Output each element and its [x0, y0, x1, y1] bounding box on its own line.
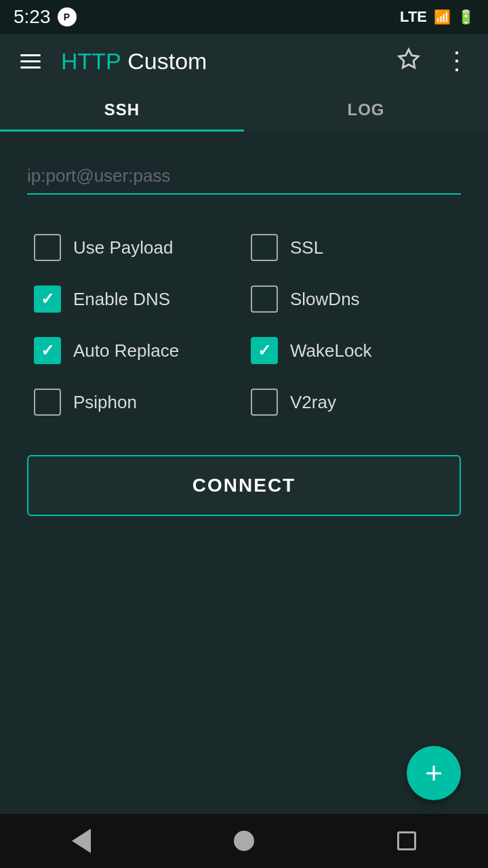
hamburger-line-3: [20, 66, 41, 68]
fab-add-button[interactable]: +: [407, 746, 461, 800]
status-time: 5:23: [14, 6, 51, 28]
label-ssl: SSL: [290, 237, 323, 258]
hamburger-line-1: [20, 54, 41, 56]
nav-home-icon: [234, 831, 254, 851]
option-enable-dns[interactable]: Enable DNS: [27, 273, 244, 325]
checkbox-use-payload[interactable]: [34, 234, 61, 261]
checkbox-ssl[interactable]: [251, 234, 278, 261]
status-right: LTE 📶 🔋: [400, 8, 474, 26]
label-psiphon: Psiphon: [73, 392, 137, 413]
checkbox-slow-dns[interactable]: [251, 285, 278, 313]
connect-button[interactable]: CONNECT: [27, 455, 461, 516]
option-psiphon[interactable]: Psiphon: [27, 376, 244, 428]
nav-home-button[interactable]: [214, 824, 274, 858]
bookmark-button[interactable]: [392, 42, 426, 81]
server-input-wrapper: [27, 159, 461, 195]
hamburger-menu-button[interactable]: [14, 47, 47, 75]
fab-plus-icon: +: [425, 758, 443, 788]
status-left: 5:23 P: [14, 6, 77, 28]
options-grid: Use Payload SSL Enable DNS SlowDns Auto …: [27, 222, 461, 428]
signal-icon: 📶: [434, 9, 451, 25]
nav-recent-icon: [397, 831, 416, 850]
nav-bar: [0, 814, 488, 868]
checkbox-enable-dns[interactable]: [34, 285, 61, 313]
option-ssl[interactable]: SSL: [244, 222, 461, 273]
option-use-payload[interactable]: Use Payload: [27, 222, 244, 273]
option-wakelock[interactable]: WakeLock: [244, 325, 461, 376]
lte-indicator: LTE: [400, 8, 427, 26]
battery-icon: 🔋: [458, 9, 474, 25]
label-enable-dns: Enable DNS: [73, 289, 170, 310]
checkbox-auto-replace[interactable]: [34, 337, 61, 364]
app-title-http: HTTP: [61, 48, 121, 74]
toolbar-icons: ⋮: [392, 41, 474, 81]
app-title: HTTP Custom: [61, 48, 378, 75]
app-title-custom: Custom: [121, 48, 207, 74]
label-auto-replace: Auto Replace: [73, 340, 179, 361]
label-v2ray: V2ray: [290, 392, 336, 413]
label-wakelock: WakeLock: [290, 340, 371, 361]
checkbox-wakelock[interactable]: [251, 337, 278, 364]
main-content: Use Payload SSL Enable DNS SlowDns Auto …: [0, 132, 488, 536]
nav-back-icon: [72, 829, 91, 853]
tab-log[interactable]: LOG: [244, 88, 488, 132]
option-v2ray[interactable]: V2ray: [244, 376, 461, 428]
nav-back-button[interactable]: [52, 822, 111, 860]
nav-recent-button[interactable]: [377, 825, 436, 857]
option-slow-dns[interactable]: SlowDns: [244, 273, 461, 325]
label-slow-dns: SlowDns: [290, 289, 360, 310]
checkbox-psiphon[interactable]: [34, 389, 61, 416]
tab-ssh[interactable]: SSH: [0, 88, 244, 132]
hamburger-line-2: [20, 60, 41, 62]
app-notification-icon: P: [58, 7, 77, 26]
app-bar: HTTP Custom ⋮: [0, 34, 488, 88]
option-auto-replace[interactable]: Auto Replace: [27, 325, 244, 376]
status-bar: 5:23 P LTE 📶 🔋: [0, 0, 488, 34]
more-options-button[interactable]: ⋮: [439, 41, 474, 81]
checkbox-v2ray[interactable]: [251, 389, 278, 416]
label-use-payload: Use Payload: [73, 237, 173, 258]
tabs-container: SSH LOG: [0, 88, 488, 132]
server-input[interactable]: [27, 159, 461, 195]
